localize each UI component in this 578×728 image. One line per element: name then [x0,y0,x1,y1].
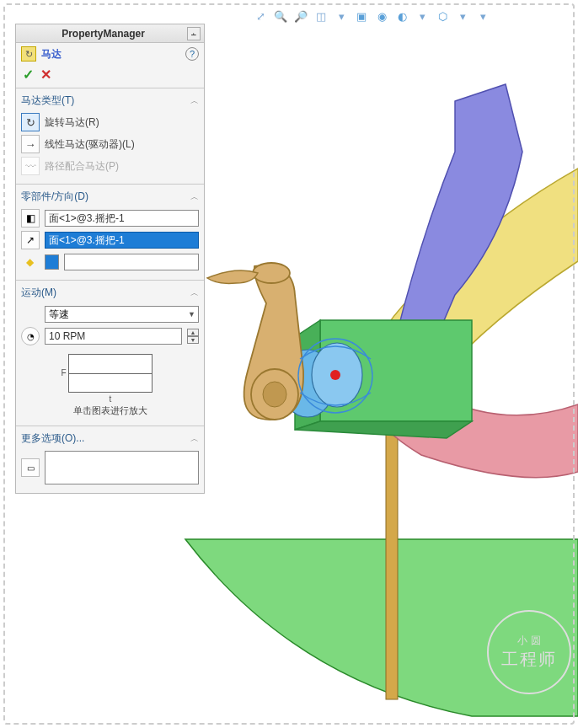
ok-cancel-row: ✓ ✕ [16,65,204,88]
view-settings-icon[interactable]: ⬡ [435,8,450,24]
watermark: 小 圆 工程师 [487,610,571,694]
pushpin-icon[interactable]: ⫠ [187,27,201,40]
chevron-up-icon: ︿ [190,95,199,107]
prev-view-icon[interactable]: 🔎 [293,8,308,24]
speed-value-field[interactable] [45,328,182,345]
option-rotary-motor[interactable]: ↻ 旋转马达(R) [21,111,199,133]
reverse-direction-icon[interactable]: ↗ [21,231,40,249]
component-relative-field[interactable] [64,254,199,270]
chevron-up-icon: ︿ [190,191,199,203]
motor-icon: ↻ [21,46,36,62]
feature-row: ↻ 马达 ? [16,43,204,65]
section-header-motion[interactable]: 运动(M) ︿ [21,284,199,303]
chevron-up-icon: ︿ [190,287,199,299]
speed-icon: ◔ [21,327,40,345]
heads-up-view-toolbar: ⤢ 🔍 🔎 ◫ ▾ ▣ ◉ ◐ ▾ ⬡ ▾ ▾ [253,8,490,24]
drop2-icon[interactable]: ▾ [475,8,490,24]
motor-direction-field[interactable] [45,232,199,249]
option-linear-motor[interactable]: → 线性马达(驱动器)(L) [21,133,199,155]
speed-spinner[interactable]: ▲▼ [187,329,199,344]
option-path-motor[interactable]: 〰 路径配合马达(P) [21,155,199,177]
display-style-icon[interactable]: ▣ [354,8,369,24]
path-motor-icon: 〰 [21,157,40,175]
chevron-up-icon: ︿ [190,433,199,445]
ok-button[interactable]: ✓ [23,67,34,83]
section-header-component[interactable]: 零部件/方向(D) ︿ [21,188,199,207]
zoom-fit-icon[interactable]: ⤢ [253,8,268,24]
edit-appearance-icon[interactable]: ◐ [394,8,409,24]
graph-caption: 单击图表进行放大 [73,404,147,417]
svg-point-5 [263,382,286,407]
motor-location-field[interactable] [45,210,199,227]
section-motion: 运动(M) ︿ 等速 ▼ ◔ ▲▼ F t 单击图表进行放大 [16,281,204,426]
face-select-icon[interactable]: ◧ [21,209,40,228]
load-bearing-field[interactable] [45,451,199,484]
section-motor-type: 马达类型(T) ︿ ↻ 旋转马达(R) → 线性马达(驱动器)(L) 〰 路径配… [16,88,204,185]
feature-name: 马达 [41,47,180,62]
color-swatch[interactable] [45,254,59,270]
help-icon[interactable]: ? [185,47,199,61]
motion-type-select[interactable]: 等速 ▼ [45,306,199,323]
section-component-direction: 零部件/方向(D) ︿ ◧ ↗ ◆ [16,185,204,281]
apply-scene-icon[interactable]: ▾ [415,8,430,24]
section-header-type[interactable]: 马达类型(T) ︿ [21,92,199,111]
drop1-icon[interactable]: ▾ [455,8,470,24]
property-manager-panel: PropertyManager ⫠ ↻ 马达 ? ✓ ✕ 马达类型(T) ︿ ↻… [15,24,205,494]
svg-point-3 [330,370,340,380]
zoom-area-icon[interactable]: 🔍 [273,8,288,24]
rotary-motor-icon: ↻ [21,113,40,131]
load-bearing-icon[interactable]: ▭ [21,458,40,477]
motion-graph[interactable]: F t [68,354,153,393]
chevron-down-icon: ▼ [188,310,195,318]
view-orient-icon[interactable]: ▾ [334,8,349,24]
pm-title: PropertyManager [19,28,187,40]
pm-header: PropertyManager ⫠ [16,24,204,43]
linear-motor-icon: → [21,135,40,153]
component-relative-icon[interactable]: ◆ [21,253,38,271]
section-view-icon[interactable]: ◫ [313,8,329,24]
section-header-more[interactable]: 更多选项(O)... ︿ [21,430,199,449]
cancel-button[interactable]: ✕ [40,67,51,83]
section-more-options: 更多选项(O)... ︿ ▭ [16,426,204,493]
hide-show-icon[interactable]: ◉ [374,8,389,24]
svg-rect-0 [386,421,398,699]
